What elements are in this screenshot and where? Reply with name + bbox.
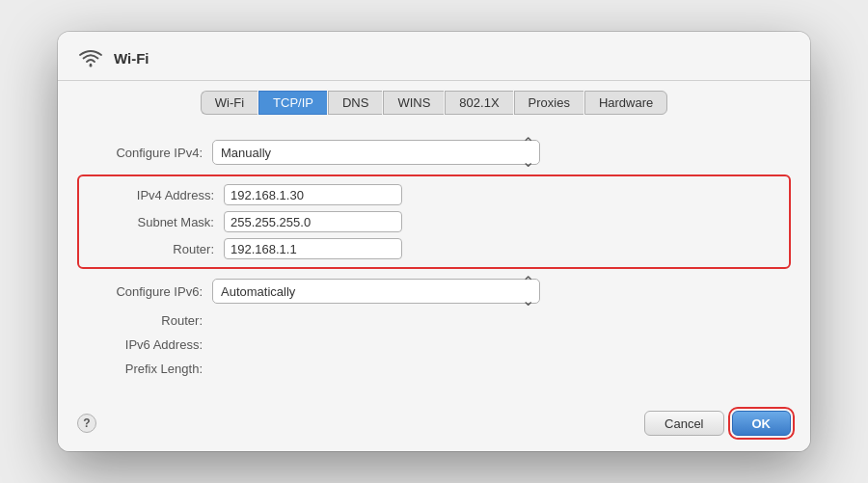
tab-proxies[interactable]: Proxies: [514, 91, 583, 115]
ipv4-address-label: IPv4 Address:: [89, 188, 214, 202]
tab-wins[interactable]: WINS: [383, 91, 444, 115]
configure-ipv6-select-wrapper: Automatically ⌃⌄: [212, 279, 540, 304]
ipv6-router-label: Router:: [77, 313, 203, 328]
router-row: Router:: [89, 238, 779, 259]
tab-tcpip[interactable]: TCP/IP: [258, 91, 327, 115]
configure-ipv4-select[interactable]: Manually: [212, 140, 540, 165]
cancel-button[interactable]: Cancel: [644, 411, 723, 436]
subnet-mask-input[interactable]: [224, 211, 402, 232]
ipv4-address-row: IPv4 Address:: [89, 184, 779, 205]
ipv4-address-input[interactable]: [224, 184, 402, 205]
ipv4-highlighted-section: IPv4 Address: Subnet Mask: Router:: [77, 174, 791, 269]
router-input[interactable]: [224, 238, 402, 259]
tab-hardware[interactable]: Hardware: [584, 91, 667, 115]
tab-8021x[interactable]: 802.1X: [445, 91, 512, 115]
configure-ipv6-row: Configure IPv6: Automatically ⌃⌄: [77, 279, 791, 304]
configure-ipv6-select[interactable]: Automatically: [212, 279, 540, 304]
ok-button[interactable]: OK: [732, 411, 792, 436]
content-area: Configure IPv4: Manually ⌃⌄ IPv4 Address…: [58, 124, 810, 401]
prefix-length-label: Prefix Length:: [77, 362, 203, 376]
footer: ? Cancel OK: [58, 401, 810, 451]
tabs-bar: Wi-Fi TCP/IP DNS WINS 802.1X Proxies Har…: [58, 81, 810, 124]
svg-point-0: [90, 65, 93, 67]
dialog-title: Wi-Fi: [114, 50, 149, 67]
footer-buttons: Cancel OK: [644, 411, 791, 436]
configure-ipv4-row: Configure IPv4: Manually ⌃⌄: [77, 140, 791, 165]
title-bar: Wi-Fi: [58, 32, 810, 81]
tab-dns[interactable]: DNS: [328, 91, 382, 115]
ipv6-address-label: IPv6 Address:: [77, 337, 203, 352]
subnet-mask-row: Subnet Mask:: [89, 211, 779, 232]
subnet-mask-label: Subnet Mask:: [89, 215, 214, 229]
help-button[interactable]: ?: [77, 414, 96, 433]
wifi-icon: [77, 47, 104, 68]
router-label: Router:: [89, 242, 214, 256]
configure-ipv4-select-wrapper: Manually ⌃⌄: [212, 140, 540, 165]
tab-wifi[interactable]: Wi-Fi: [201, 91, 258, 115]
configure-ipv4-label: Configure IPv4:: [77, 146, 203, 160]
network-dialog: Wi-Fi Wi-Fi TCP/IP DNS WINS 802.1X Proxi…: [58, 32, 810, 451]
ipv6-router-row: Router:: [77, 313, 791, 328]
configure-ipv6-label: Configure IPv6:: [77, 284, 203, 299]
prefix-length-row: Prefix Length:: [77, 362, 791, 376]
ipv6-address-row: IPv6 Address:: [77, 337, 791, 352]
